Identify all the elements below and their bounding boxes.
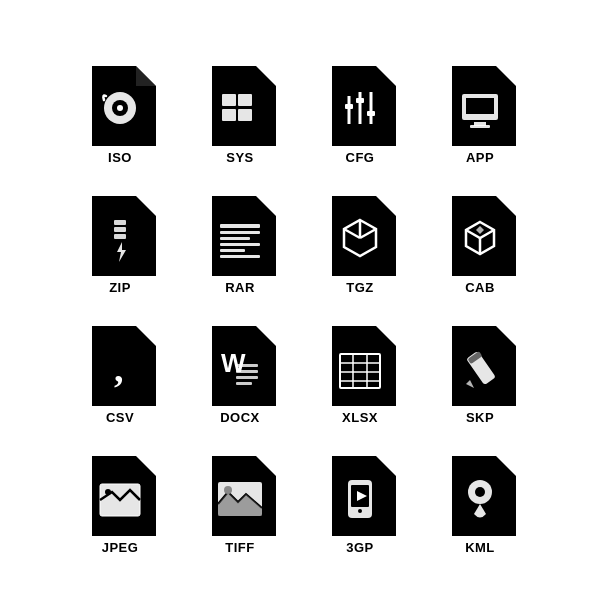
svg-point-52 (224, 486, 232, 494)
icon-rar-label: RAR (225, 280, 255, 295)
icon-kml[interactable]: KML (425, 435, 535, 555)
svg-rect-20 (220, 224, 260, 228)
svg-point-50 (105, 489, 111, 495)
icon-tgz-label: TGZ (346, 280, 374, 295)
icon-iso-label: ISO (108, 150, 132, 165)
svg-rect-6 (238, 109, 252, 121)
icon-tiff[interactable]: TIFF (185, 435, 295, 555)
icon-csv-label: CSV (106, 410, 134, 425)
icon-iso[interactable]: ISO (65, 45, 175, 165)
icon-tgz[interactable]: TGZ (305, 175, 415, 295)
icon-3gp-label: 3GP (346, 540, 374, 555)
icon-cfg-label: CFG (346, 150, 375, 165)
svg-rect-10 (345, 104, 353, 109)
icon-sys-label: SYS (226, 150, 254, 165)
icon-skp-label: SKP (466, 410, 494, 425)
svg-rect-38 (236, 382, 252, 385)
icon-3gp[interactable]: 3GP (305, 435, 415, 555)
icon-jpeg-label: JPEG (102, 540, 139, 555)
svg-rect-5 (222, 109, 236, 121)
icon-cab[interactable]: CAB (425, 175, 535, 295)
svg-rect-19 (114, 234, 126, 239)
icon-xlsx[interactable]: XLSX (305, 305, 415, 425)
svg-rect-25 (220, 255, 260, 258)
icon-sys[interactable]: SYS (185, 45, 295, 165)
svg-rect-4 (238, 94, 252, 106)
icon-zip-label: ZIP (109, 280, 131, 295)
icon-csv[interactable]: , CSV (65, 305, 175, 425)
icon-grid: ISO SYS CFG (45, 25, 555, 575)
svg-text:,: , (114, 348, 124, 390)
svg-rect-37 (236, 376, 258, 379)
icon-docx-label: DOCX (220, 410, 260, 425)
svg-rect-23 (220, 243, 260, 246)
svg-rect-24 (220, 249, 245, 252)
icon-xlsx-label: XLSX (342, 410, 378, 425)
svg-point-58 (475, 487, 485, 497)
icon-tiff-label: TIFF (225, 540, 254, 555)
svg-rect-16 (470, 125, 490, 128)
svg-rect-22 (220, 237, 250, 240)
svg-point-56 (358, 509, 362, 513)
svg-rect-17 (114, 220, 126, 225)
svg-text:W: W (221, 348, 246, 378)
icon-rar[interactable]: RAR (185, 175, 295, 295)
svg-rect-3 (222, 94, 236, 106)
svg-rect-11 (356, 98, 364, 103)
icon-cab-label: CAB (465, 280, 495, 295)
icon-docx[interactable]: W DOCX (185, 305, 295, 425)
svg-rect-12 (367, 111, 375, 116)
svg-rect-35 (236, 364, 258, 367)
icon-skp[interactable]: SKP (425, 305, 535, 425)
icon-zip[interactable]: ZIP (65, 175, 175, 295)
svg-rect-21 (220, 231, 260, 234)
icon-kml-label: KML (465, 540, 495, 555)
icon-app[interactable]: APP (425, 45, 535, 165)
svg-rect-36 (236, 370, 258, 373)
svg-rect-14 (466, 98, 494, 114)
icon-cfg[interactable]: CFG (305, 45, 415, 165)
icon-app-label: APP (466, 150, 494, 165)
svg-point-2 (117, 105, 123, 111)
svg-rect-18 (114, 227, 126, 232)
icon-jpeg[interactable]: JPEG (65, 435, 175, 555)
